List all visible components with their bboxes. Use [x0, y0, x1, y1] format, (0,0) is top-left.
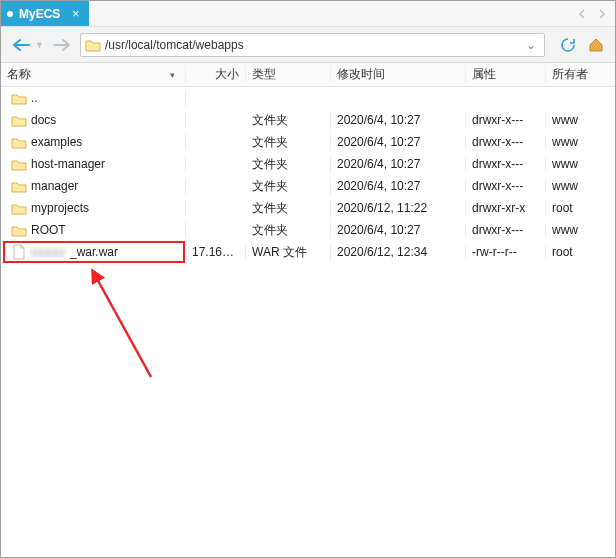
tab-label: MyECS [19, 7, 60, 21]
path-text: /usr/local/tomcat/webapps [105, 38, 522, 52]
back-history-caret-icon[interactable]: ▼ [35, 40, 44, 50]
table-row[interactable]: ROOT文件夹2020/6/4, 10:27drwxr-x---www [1, 219, 615, 241]
svg-line-0 [96, 277, 151, 377]
sort-caret-icon: ▾ [170, 70, 179, 80]
path-bar[interactable]: /usr/local/tomcat/webapps ⌄ [80, 33, 545, 57]
next-tab-icon[interactable] [597, 9, 607, 19]
parent-dir-label: .. [31, 91, 38, 105]
file-list[interactable]: .. docs文件夹2020/6/4, 10:27drwxr-x---wwwex… [1, 87, 615, 557]
header-size[interactable]: 大小 [186, 66, 246, 83]
folder-icon [85, 37, 101, 53]
home-button[interactable] [585, 34, 607, 56]
table-row[interactable]: docs文件夹2020/6/4, 10:27drwxr-x---www [1, 109, 615, 131]
folder-icon [11, 200, 27, 216]
tab-close-icon[interactable]: × [72, 7, 79, 21]
folder-icon [11, 112, 27, 128]
back-button[interactable] [9, 33, 33, 57]
header-name[interactable]: 名称▾ [1, 66, 186, 83]
header-type[interactable]: 类型 [246, 66, 331, 83]
header-perm[interactable]: 属性 [466, 66, 546, 83]
folder-icon [11, 222, 27, 238]
titlebar: MyECS × [1, 1, 615, 27]
table-row[interactable]: myprojects文件夹2020/6/12, 11:22drwxr-xr-xr… [1, 197, 615, 219]
folder-icon [11, 178, 27, 194]
titlebar-nav [577, 1, 615, 26]
file-manager-window: MyECS × ▼ /usr/local/tomcat/webapps ⌄ [0, 0, 616, 558]
up-folder-icon [11, 90, 27, 106]
file-icon [11, 244, 27, 260]
tab-myecs[interactable]: MyECS × [1, 1, 89, 26]
forward-button[interactable] [50, 33, 74, 57]
table-row[interactable]: examples文件夹2020/6/4, 10:27drwxr-x---www [1, 131, 615, 153]
parent-dir-row[interactable]: .. [1, 87, 615, 109]
header-owner[interactable]: 所有者 [546, 66, 601, 83]
column-headers: 名称▾ 大小 类型 修改时间 属性 所有者 [1, 63, 615, 87]
path-dropdown-icon[interactable]: ⌄ [522, 38, 540, 52]
folder-icon [11, 134, 27, 150]
header-date[interactable]: 修改时间 [331, 66, 466, 83]
table-row[interactable]: manager文件夹2020/6/4, 10:27drwxr-x---www [1, 175, 615, 197]
table-row[interactable]: xxxxx_war.war17.16MBWAR 文件2020/6/12, 12:… [1, 241, 615, 263]
refresh-button[interactable] [557, 34, 579, 56]
toolbar: ▼ /usr/local/tomcat/webapps ⌄ [1, 27, 615, 63]
toolbar-actions [551, 34, 607, 56]
prev-tab-icon[interactable] [577, 9, 587, 19]
table-row[interactable]: host-manager文件夹2020/6/4, 10:27drwxr-x---… [1, 153, 615, 175]
folder-icon [11, 156, 27, 172]
